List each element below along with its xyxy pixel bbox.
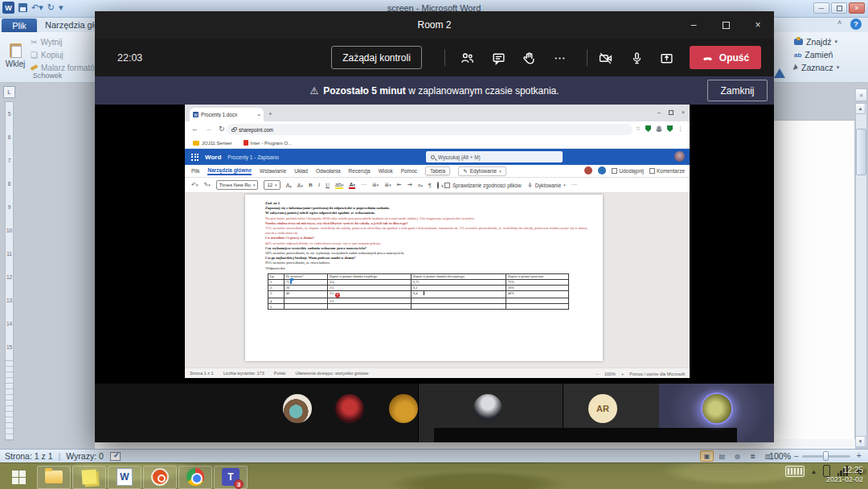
paste-button[interactable]: Wklej <box>3 35 27 76</box>
bold-icon[interactable]: B <box>309 182 313 188</box>
raise-hand-icon[interactable] <box>519 51 538 65</box>
taskbar-clock[interactable]: 12:25 2021-02-02 <box>826 465 863 485</box>
extension-shield-icon[interactable] <box>645 125 651 132</box>
teams-maximize-button[interactable] <box>710 11 742 39</box>
find-button[interactable]: Znajdź▾ <box>794 36 837 47</box>
participant-avatar[interactable] <box>335 394 364 423</box>
word-count[interactable]: Wyrazy: 0 <box>66 451 104 461</box>
find-icon[interactable] <box>437 183 439 188</box>
teams-close-button[interactable]: × <box>742 11 774 39</box>
browser-close-icon[interactable]: × <box>682 109 685 115</box>
new-tab-icon[interactable]: + <box>268 110 272 117</box>
menu-plik[interactable]: Plik <box>191 168 199 174</box>
taskbar-word[interactable]: W <box>108 466 141 489</box>
menu-wstawianie[interactable]: Wstawianie <box>260 168 286 174</box>
copy-button[interactable]: ❏ Kopiuj <box>31 49 63 60</box>
extension-shield-icon[interactable] <box>667 125 673 132</box>
taskbar-chrome[interactable] <box>178 466 212 489</box>
cut-button[interactable]: ✂ Wytnij <box>31 36 63 47</box>
participant-avatar-initials[interactable]: AR <box>588 394 617 423</box>
minimize-button[interactable]: ─ <box>813 2 829 14</box>
word-count[interactable]: Liczba wyrazów: 173 <box>223 371 264 376</box>
leave-button[interactable]: Opuść <box>690 46 761 69</box>
start-button[interactable] <box>2 466 35 489</box>
menu-recenzja[interactable]: Recenzja <box>349 168 371 174</box>
account-avatar[interactable] <box>674 151 685 162</box>
zoom-level[interactable]: 100% <box>769 451 791 461</box>
bookmark-star-icon[interactable]: ☆ <box>636 125 641 132</box>
font-size-select[interactable]: 12▾ <box>264 180 280 190</box>
tray-expand-icon[interactable]: ▴ <box>812 467 816 475</box>
participants-icon[interactable] <box>457 51 477 65</box>
shrink-font-icon[interactable]: A▾ <box>297 183 303 188</box>
undo-icon[interactable]: ↶▾ <box>191 182 198 188</box>
coauthor-avatar[interactable] <box>584 166 592 175</box>
menu-pomoc[interactable]: Pomoc <box>401 168 417 174</box>
forward-icon[interactable]: → <box>205 125 212 133</box>
scroll-down-icon[interactable]: ▾ <box>855 436 866 447</box>
more-fonts-icon[interactable]: ⋯ <box>361 182 366 188</box>
browser-tab[interactable]: W Procenty 1.docx × <box>190 108 264 121</box>
teams-minimize-button[interactable]: – <box>678 11 710 39</box>
tab-close-icon[interactable]: × <box>257 113 260 117</box>
app-launcher-icon[interactable] <box>191 154 199 161</box>
participant-avatar[interactable] <box>389 394 418 423</box>
replace-button[interactable]: ab Zamień <box>794 49 833 60</box>
participant-avatar-speaking[interactable] <box>702 394 731 423</box>
taskbar-teams[interactable]: T 3 <box>214 466 248 489</box>
microphone-icon[interactable] <box>627 51 646 65</box>
zoom-out-icon[interactable]: − <box>794 451 799 461</box>
address-bar[interactable]: sharepoint.com <box>227 124 633 135</box>
language[interactable]: Polski <box>274 371 286 376</box>
profile-icon[interactable] <box>656 125 662 132</box>
font-color-icon[interactable]: A▾ <box>349 182 355 189</box>
scroll-up-icon[interactable]: ▴ <box>855 103 866 114</box>
taskbar-ubuntu[interactable] <box>143 466 177 489</box>
answers-table[interactable]: Lp. Ile uczniów* Zapisz w postaci ułamka… <box>268 273 569 310</box>
browser-restore-icon[interactable] <box>669 110 674 115</box>
share-button[interactable]: Udostępnij <box>612 168 644 174</box>
paragraph-marks-icon[interactable]: ¶ <box>428 183 432 188</box>
taskbar-file-explorer[interactable] <box>37 466 71 489</box>
print-layout-view-icon[interactable]: ▣ <box>700 450 714 462</box>
back-icon[interactable]: ← <box>191 125 199 133</box>
menu-odwolania[interactable]: Odwołania <box>316 168 341 174</box>
chat-icon[interactable] <box>489 51 508 65</box>
search-box[interactable]: Wyszukaj (Alt + M) <box>426 151 563 162</box>
spellcheck-icon[interactable] <box>110 452 121 461</box>
share-screen-icon[interactable] <box>657 51 676 65</box>
dictate-button[interactable]: Dyktowanie▾ <box>527 182 566 189</box>
page-count[interactable]: Strona 1 z 1 <box>190 371 214 376</box>
banner-close-button[interactable]: Zamknij <box>707 80 768 101</box>
request-control-button[interactable]: Zażądaj kontroli <box>331 46 422 69</box>
restore-button[interactable] <box>831 2 847 14</box>
participant-avatar[interactable] <box>473 394 502 423</box>
zoom-level[interactable]: 100% <box>604 372 616 376</box>
help-button[interactable]: ? <box>850 18 862 30</box>
menu-widok[interactable]: Widok <box>379 168 393 174</box>
outline-view-icon[interactable]: ≣ <box>746 450 760 462</box>
app-name[interactable]: Word <box>205 154 221 161</box>
menu-tabela[interactable]: Tabela <box>425 166 450 175</box>
bookmark-item[interactable]: JOJ11 Serwer <box>193 141 232 146</box>
outdent-icon[interactable]: ⇤ <box>397 182 402 188</box>
underline-icon[interactable]: U <box>326 182 330 188</box>
number-list-icon[interactable]: ≣▾ <box>384 182 391 188</box>
participant-avatar[interactable] <box>283 394 312 423</box>
document-name[interactable]: Procenty 1 - Zapisano <box>227 154 279 160</box>
ruler-toggle-icon[interactable]: ≡ <box>855 88 867 101</box>
editing-mode-dropdown[interactable]: ✎ Edytowanie ▾ <box>458 166 506 176</box>
italic-icon[interactable]: I <box>318 182 320 188</box>
ribbon-collapse-icon[interactable]: ˄ <box>837 18 841 27</box>
menu-uklad[interactable]: Układ <box>294 168 308 174</box>
more-options-icon[interactable] <box>550 51 569 65</box>
select-button[interactable]: Zaznacz▾ <box>794 62 839 73</box>
highlight-icon[interactable]: ab▾ <box>335 182 343 189</box>
camera-off-icon[interactable] <box>596 51 615 65</box>
indent-icon[interactable]: ⇥ <box>407 182 412 188</box>
close-button[interactable]: × <box>849 2 865 14</box>
taskbar-sticky-notes[interactable] <box>72 466 106 489</box>
web-layout-view-icon[interactable]: ◍ <box>731 450 744 462</box>
file-check-button[interactable]: Sprawdzanie zgodności plików <box>444 183 522 188</box>
comments-button[interactable]: Komentarze <box>649 168 685 174</box>
